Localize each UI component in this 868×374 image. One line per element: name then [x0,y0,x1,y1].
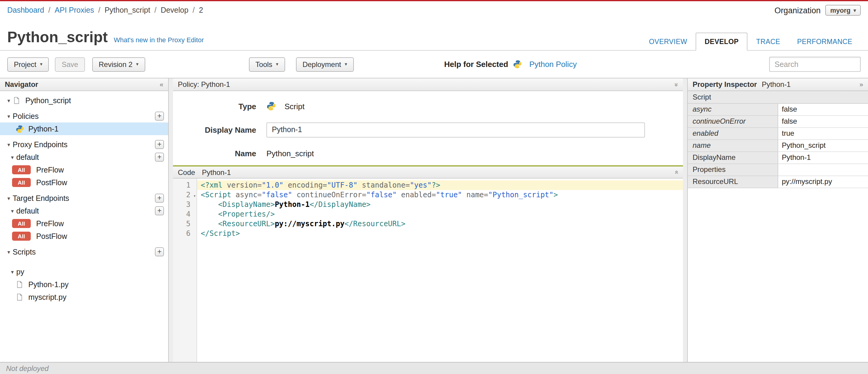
display-name-input[interactable] [267,122,645,137]
deployment-button[interactable]: Deployment ▾ [296,57,354,71]
tree-item-py-folder[interactable]: ▾ py [0,265,168,278]
breadcrumb-api-proxies[interactable]: API Proxies [55,6,94,15]
caret-down-icon[interactable]: ▾ [5,113,13,119]
breadcrumb-separator: / [98,6,100,15]
tree-item-label: Python-1.py [28,280,68,289]
save-button[interactable]: Save [55,57,85,71]
property-name: async [688,103,778,115]
property-value [778,164,868,176]
save-button-label: Save [62,60,79,68]
code-line[interactable]: <?xml version="1.0" encoding="UTF-8" sta… [197,180,683,190]
organization-label: Organization [775,6,821,15]
caret-down-icon[interactable]: ▾ [5,97,13,104]
inspector-title: Property Inspector [692,80,757,89]
breadcrumb-revision: 2 [199,6,203,15]
python-policy-link[interactable]: Python Policy [513,60,577,69]
organization-select[interactable]: myorg ▾ [826,5,861,16]
add-flow-button[interactable]: + [155,153,164,162]
property-value: false [778,115,868,127]
caret-down-icon[interactable]: ▾ [5,195,13,201]
tab-performance[interactable]: PERFORMANCE [789,33,861,50]
code-line[interactable]: <ResourceURL>py://myscript.py</ResourceU… [197,219,683,229]
tab-develop[interactable]: DEVELOP [695,33,748,51]
code-line[interactable]: </Script> [197,229,683,238]
inspector-splitter[interactable] [683,79,687,362]
caret-down-icon[interactable]: ▾ [8,269,16,275]
add-target-endpoint-button[interactable]: + [155,194,164,203]
type-row: Type Script [173,98,683,114]
python-icon [267,102,276,111]
navigator-splitter[interactable] [169,79,173,362]
tree-item-proxy-preflow[interactable]: All PreFlow [0,164,168,176]
tree-section-proxy-endpoints[interactable]: ▾ Proxy Endpoints + [0,138,168,151]
expand-inspector-icon[interactable]: » [860,81,863,88]
tree-item-python-1-py[interactable]: Python-1.py [0,278,168,291]
tree-item-myscript-py[interactable]: myscript.py [0,291,168,304]
tree-item-target-default[interactable]: ▾ default + [0,204,168,217]
add-policy-button[interactable]: + [155,112,164,121]
caret-down-icon[interactable]: ▾ [5,249,13,255]
tab-trace[interactable]: TRACE [748,33,789,50]
whats-new-link[interactable]: What's new in the Proxy Editor [114,36,204,50]
display-name-row: Display Name [173,122,683,138]
code-title: Python-1 [197,168,231,176]
caret-down-icon[interactable]: ▾ [5,141,13,147]
property-value: false [778,103,868,115]
deployment-button-label: Deployment [303,60,341,68]
tree-section-target-endpoints[interactable]: ▾ Target Endpoints + [0,192,168,204]
inspector-row-continueonerror: continueOnError false [688,115,868,127]
collapse-navigator-icon[interactable]: « [160,81,163,88]
caret-down-icon: ▾ [345,61,347,67]
add-proxy-endpoint-button[interactable]: + [155,140,164,149]
tree-item-label: Scripts [13,248,36,256]
property-name: enabled [688,127,778,139]
tree-item-python-1[interactable]: Python-1 [0,122,168,135]
policy-pane: Policy: Python-1 » Type Script Display N… [173,79,683,362]
tree-section-scripts[interactable]: ▾ Scripts + [0,246,168,258]
collapse-policy-icon[interactable]: » [673,83,680,86]
name-row: Name Python_script [173,145,683,161]
tree-item-label: Policies [13,112,38,120]
caret-down-icon[interactable]: ▾ [8,154,16,160]
inspector-row-name: name Python_script [688,139,868,151]
tree-item-proxy-postflow[interactable]: All PostFlow [0,176,168,189]
tree-item-proxy-default[interactable]: ▾ default + [0,151,168,164]
navigator-pane: Navigator « ▾ Python_script ▾ Policies + [0,79,169,362]
organization-value: myorg [830,7,850,14]
code-line[interactable]: <Script async="false" continueOnError="f… [197,190,683,200]
revision-button[interactable]: Revision 2 ▾ [92,57,145,71]
tree-item-label: myscript.py [28,293,66,301]
code-content[interactable]: <?xml version="1.0" encoding="UTF-8" sta… [197,178,683,362]
caret-down-icon: ▾ [854,7,856,13]
tree-item-proxy-root[interactable]: ▾ Python_script [0,94,168,107]
code-editor[interactable]: 12▾3456 <?xml version="1.0" encoding="UT… [173,178,683,362]
search-input[interactable] [769,57,861,72]
breadcrumb-separator: / [48,6,50,15]
tree-item-label: default [16,153,39,161]
tools-button[interactable]: Tools ▾ [249,57,285,71]
tab-overview[interactable]: OVERVIEW [641,33,695,50]
code-line[interactable]: <DisplayName>Python-1</DisplayName> [197,200,683,209]
tree-item-label: PostFlow [36,232,67,240]
caret-down-icon[interactable]: ▾ [8,208,16,214]
tree-section-policies[interactable]: ▾ Policies + [0,110,168,122]
breadcrumb-dashboard[interactable]: Dashboard [7,6,44,15]
tree-item-target-preflow[interactable]: All PreFlow [0,217,168,230]
code-line[interactable]: <Properties/> [197,209,683,219]
breadcrumb-develop: Develop [161,6,188,15]
inspector-subtitle: Python-1 [762,80,790,89]
breadcrumb-separator: / [193,6,195,15]
add-flow-button[interactable]: + [155,206,164,215]
deployment-status: Not deployed [6,364,49,373]
tree-item-target-postflow[interactable]: All PostFlow [0,230,168,242]
tree-item-label: Target Endpoints [13,194,69,202]
collapse-code-icon[interactable]: » [673,170,680,174]
inspector-section-row: Script [688,91,868,103]
add-script-button[interactable]: + [155,247,164,256]
code-gutter: 12▾3456 [173,178,197,362]
python-icon [513,60,523,69]
property-name: ResourceURL [688,176,778,188]
caret-down-icon: ▾ [40,61,42,67]
inspector-row-properties: Properties [688,164,868,176]
project-button[interactable]: Project ▾ [7,57,49,71]
